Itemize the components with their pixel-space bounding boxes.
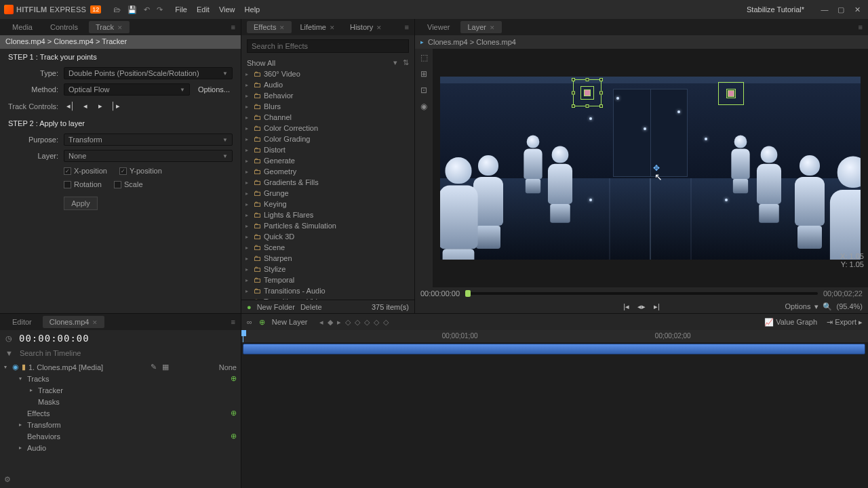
tracks-row[interactable]: ▾Tracks⊕ [0, 373, 241, 384]
tab-effects[interactable]: Effects✕ [247, 21, 292, 33]
next-kf-icon[interactable]: ▸ [337, 318, 341, 327]
menu-file[interactable]: File [175, 5, 187, 14]
timeline-search-input[interactable] [16, 348, 233, 359]
close-icon[interactable]: ✕ [490, 24, 495, 31]
tab-history[interactable]: History✕ [343, 21, 389, 33]
audio-row[interactable]: ▸Audio [0, 442, 241, 453]
visibility-icon[interactable]: ◉ [12, 363, 19, 371]
tab-comp[interactable]: Clones.mp4✕ [43, 316, 105, 328]
tracker-row[interactable]: ▸Tracker [0, 384, 241, 396]
menu-help[interactable]: Help [245, 5, 260, 14]
tracker-point-2-outer[interactable] [718, 82, 744, 105]
close-button[interactable]: ✕ [850, 4, 864, 15]
new-folder-button[interactable]: New Folder [257, 303, 295, 311]
timeline-settings-icon[interactable]: ⚙ [4, 475, 11, 484]
effects-folder[interactable]: ▸🗀Sharpen [245, 253, 410, 264]
type-dropdown[interactable]: Double Points (Position/Scale/Rotation)▼ [64, 67, 233, 79]
redo-icon[interactable]: ↷ [157, 5, 163, 14]
effects-folder[interactable]: ▸🗀Stylize [245, 264, 410, 274]
video-clip[interactable] [243, 344, 865, 354]
effects-folder[interactable]: ▸🗀Channel [245, 112, 410, 123]
behaviors-row[interactable]: Behaviors⊕ [0, 430, 241, 442]
viewer-time-slider[interactable] [465, 292, 818, 295]
undo-icon[interactable]: ↶ [144, 5, 150, 14]
effects-folder[interactable]: ▸🗀Color Grading [245, 134, 410, 144]
timeline-track-area[interactable] [241, 342, 868, 488]
open-icon[interactable]: 🗁 [113, 5, 121, 14]
track-forward-button[interactable]: ▸ [95, 102, 106, 111]
effects-folder[interactable]: ▸🗀360° Video [245, 68, 410, 79]
twirl-icon[interactable]: ▸ [420, 39, 424, 45]
effects-folder[interactable]: ▸🗀Geometry [245, 166, 410, 177]
save-icon[interactable]: 💾 [127, 5, 137, 14]
purpose-dropdown[interactable]: Transform▼ [64, 134, 233, 146]
masks-row[interactable]: Masks [0, 396, 241, 407]
hand-tool-icon[interactable]: ⊞ [420, 69, 427, 79]
prev-kf-icon[interactable]: ◂ [319, 318, 323, 327]
y-position-checkbox[interactable]: ✓ [119, 167, 127, 175]
effects-folder[interactable]: ▸🗀Particles & Simulation [245, 220, 410, 231]
track-forward-one-button[interactable]: │▸ [110, 102, 121, 111]
scale-checkbox[interactable] [114, 181, 121, 188]
tracker-point-2-inner[interactable] [726, 89, 736, 98]
close-icon[interactable]: ✕ [279, 24, 285, 31]
export-icon[interactable]: ⇥ [827, 318, 833, 326]
method-options-button[interactable]: Options... [195, 85, 233, 94]
orbit-tool-icon[interactable]: ◉ [420, 102, 427, 111]
effects-row[interactable]: Effects⊕ [0, 407, 241, 419]
menu-edit[interactable]: Edit [197, 5, 210, 14]
add-icon[interactable]: ⊕ [231, 409, 237, 418]
maximize-button[interactable]: ▢ [834, 4, 848, 15]
add-icon[interactable]: ⊕ [231, 374, 237, 383]
prev-frame-button[interactable]: |◂ [623, 302, 629, 311]
viewer-current-time[interactable]: 00:00:00:00 [420, 289, 460, 298]
rotation-checkbox[interactable] [64, 181, 71, 188]
effects-folder[interactable]: ▸🗀Distort [245, 144, 410, 155]
minimize-button[interactable]: — [818, 4, 831, 15]
link-icon[interactable]: ∞ [247, 318, 252, 326]
close-icon[interactable]: ✕ [330, 24, 335, 31]
close-icon[interactable]: ✕ [117, 24, 123, 31]
effects-folder[interactable]: ▸🗀Behavior [245, 90, 410, 101]
method-dropdown[interactable]: Optical Flow▼ [64, 83, 190, 96]
effects-folder[interactable]: ▸🗀Gradients & Fills [245, 177, 410, 188]
viewer-options-button[interactable]: Options [785, 302, 811, 310]
tab-editor[interactable]: Editor [5, 316, 39, 328]
timeline-timecode[interactable]: 00:00:00:00 [19, 333, 90, 344]
effects-folder[interactable]: ▸🗀Quick 3D [245, 231, 410, 242]
effects-folder[interactable]: ▸🗀Keying [245, 199, 410, 209]
panel-menu-icon[interactable]: ≡ [859, 23, 863, 31]
menu-view[interactable]: View [219, 5, 235, 14]
playhead[interactable] [243, 330, 243, 342]
play-button[interactable]: ◂▸ [637, 302, 646, 311]
effects-folder[interactable]: ▸🗀Temporal [245, 274, 410, 285]
zoom-search-icon[interactable]: 🔍 [823, 302, 832, 311]
tab-media[interactable]: Media [5, 21, 39, 33]
select-tool-icon[interactable]: ⬚ [420, 53, 428, 62]
close-icon[interactable]: ✕ [92, 319, 98, 326]
delete-button[interactable]: Delete [300, 303, 322, 311]
viewer-breadcrumb[interactable]: Clones.mp4 > Clones.mp4 [428, 38, 516, 46]
kf-diamond-icon[interactable]: ◇ [383, 318, 389, 327]
add-icon[interactable]: ⊕ [231, 432, 237, 441]
blend-mode-dropdown[interactable]: None [219, 363, 237, 371]
effects-folder[interactable]: ▸🗀Color Correction [245, 123, 410, 134]
tab-viewer[interactable]: Viewer [420, 21, 456, 33]
edit-icon[interactable]: ✎ [151, 363, 157, 371]
export-button[interactable]: Export [835, 318, 856, 326]
graph-icon[interactable]: 📈 [764, 318, 774, 326]
x-position-checkbox[interactable]: ✓ [64, 167, 71, 175]
next-frame-button[interactable]: ▸| [654, 302, 660, 311]
kf-diamond-icon[interactable]: ◇ [355, 318, 360, 327]
tab-track[interactable]: Track✕ [89, 21, 130, 33]
timeline-ruler[interactable]: 00;00;01;00 00;00;02;00 [241, 330, 868, 342]
apply-button[interactable]: Apply [64, 197, 98, 210]
layer-name[interactable]: 1. Clones.mp4 [Media] [28, 363, 103, 371]
kf-diamond-icon[interactable]: ◇ [364, 318, 370, 327]
effects-folder[interactable]: ▸🗀Lights & Flares [245, 209, 410, 220]
effects-search-input[interactable] [247, 39, 409, 53]
track-back-one-button[interactable]: ◂│ [65, 102, 76, 111]
effects-folder[interactable]: ▸🗀Scene [245, 242, 410, 253]
tracker-point-1-inner[interactable] [580, 86, 594, 100]
layer-dropdown[interactable]: None▼ [64, 150, 233, 162]
